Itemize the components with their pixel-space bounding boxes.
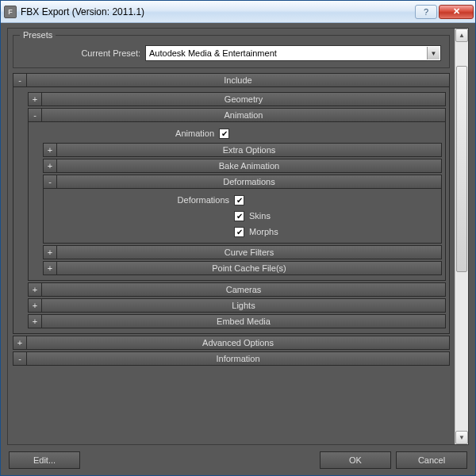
point-cache-section: + Point Cache File(s)	[32, 261, 442, 275]
include-header[interactable]: Include	[27, 73, 450, 87]
content: Presets Current Preset: Autodesk Media &…	[8, 29, 455, 444]
morphs-checkbox[interactable]: ✔	[234, 227, 244, 237]
deformations-checkbox[interactable]: ✔	[234, 195, 244, 205]
geometry-toggle[interactable]: +	[28, 92, 42, 106]
current-preset-dropdown[interactable]: Autodesk Media & Entertainment ▼	[145, 45, 441, 61]
skins-checkbox[interactable]: ✔	[234, 211, 244, 221]
extra-options-toggle[interactable]: +	[43, 143, 57, 157]
ok-button[interactable]: OK	[320, 451, 391, 469]
advanced-options-section: + Advanced Options	[13, 336, 450, 350]
cameras-toggle[interactable]: +	[28, 282, 42, 297]
deformations-cb-label: Deformations	[47, 195, 229, 205]
animation-checkbox-row: Animation ✔	[32, 125, 442, 141]
titlebar[interactable]: F FBX Export (Version: 2011.1) ? ✕	[1, 1, 475, 23]
current-preset-label: Current Preset:	[21, 48, 140, 58]
embed-media-section: + Embed Media	[17, 314, 446, 328]
extra-options-header[interactable]: Extra Options	[57, 143, 442, 157]
skins-cb-label: Skins	[249, 211, 271, 221]
lights-section: + Lights	[17, 298, 446, 313]
animation-body: Animation ✔ + Extra Options	[28, 122, 446, 281]
window-title: FBX Export (Version: 2011.1)	[21, 6, 415, 17]
morphs-cb-label: Morphs	[249, 227, 278, 236]
embed-media-toggle[interactable]: +	[28, 314, 42, 328]
extra-options-section: + Extra Options	[32, 143, 442, 157]
include-body: + Geometry - Animation	[13, 87, 450, 334]
cancel-button[interactable]: Cancel	[396, 451, 467, 469]
presets-group: Presets Current Preset: Autodesk Media &…	[13, 35, 450, 68]
deformations-header[interactable]: Deformations	[57, 175, 442, 189]
lights-header[interactable]: Lights	[42, 298, 446, 313]
information-toggle[interactable]: -	[13, 351, 27, 366]
scroll-up-icon[interactable]: ▲	[455, 29, 468, 42]
curve-filters-toggle[interactable]: +	[43, 245, 57, 259]
bake-animation-toggle[interactable]: +	[43, 159, 57, 173]
lights-toggle[interactable]: +	[28, 298, 42, 313]
embed-media-header[interactable]: Embed Media	[42, 314, 446, 328]
current-preset-row: Current Preset: Autodesk Media & Enterta…	[18, 44, 444, 63]
animation-header[interactable]: Animation	[42, 108, 446, 122]
geometry-section: + Geometry	[17, 92, 446, 106]
content-row: Presets Current Preset: Autodesk Media &…	[7, 28, 469, 445]
app-icon: F	[4, 6, 17, 18]
information-section: - Information	[13, 351, 450, 366]
cameras-header[interactable]: Cameras	[42, 282, 446, 297]
advanced-toggle[interactable]: +	[13, 336, 27, 350]
scroll-track[interactable]	[455, 42, 468, 431]
animation-cb-label: Animation	[32, 129, 214, 138]
button-bar: Edit... OK Cancel	[7, 450, 469, 470]
window-controls: ? ✕	[415, 5, 474, 19]
vertical-scrollbar[interactable]: ▲ ▼	[455, 29, 468, 444]
animation-section: - Animation Animation ✔ +	[17, 108, 446, 281]
current-preset-value: Autodesk Media & Entertainment	[149, 48, 277, 58]
bake-animation-section: + Bake Animation	[32, 159, 442, 173]
client-area: Presets Current Preset: Autodesk Media &…	[1, 23, 475, 475]
cameras-section: + Cameras	[17, 282, 446, 297]
advanced-header[interactable]: Advanced Options	[27, 336, 450, 350]
edit-button[interactable]: Edit...	[9, 451, 80, 469]
point-cache-header[interactable]: Point Cache File(s)	[57, 261, 442, 275]
close-button[interactable]: ✕	[439, 5, 474, 19]
deformations-checkbox-row: Deformations ✔	[47, 192, 438, 208]
information-header[interactable]: Information	[27, 351, 450, 366]
deformations-section: - Deformations Deformations ✔	[32, 175, 442, 244]
animation-checkbox[interactable]: ✔	[219, 129, 229, 139]
morphs-checkbox-row: ✔ Morphs	[47, 224, 438, 240]
presets-legend: Presets	[20, 30, 56, 40]
help-button[interactable]: ?	[415, 5, 437, 19]
curve-filters-header[interactable]: Curve Filters	[57, 245, 442, 259]
include-section: - Include + Geometry	[13, 73, 450, 334]
scroll-thumb[interactable]	[456, 66, 467, 272]
include-toggle[interactable]: -	[13, 73, 27, 87]
scroll-down-icon[interactable]: ▼	[455, 431, 468, 444]
bake-animation-header[interactable]: Bake Animation	[57, 159, 442, 173]
deformations-body: Deformations ✔ ✔ Skins	[43, 189, 442, 244]
animation-toggle[interactable]: -	[28, 108, 42, 122]
skins-checkbox-row: ✔ Skins	[47, 208, 438, 224]
geometry-header[interactable]: Geometry	[42, 92, 446, 106]
curve-filters-section: + Curve Filters	[32, 245, 442, 259]
fbx-export-window: F FBX Export (Version: 2011.1) ? ✕ Prese…	[0, 0, 476, 476]
deformations-toggle[interactable]: -	[43, 175, 57, 189]
point-cache-toggle[interactable]: +	[43, 261, 57, 275]
chevron-down-icon[interactable]: ▼	[427, 47, 440, 60]
